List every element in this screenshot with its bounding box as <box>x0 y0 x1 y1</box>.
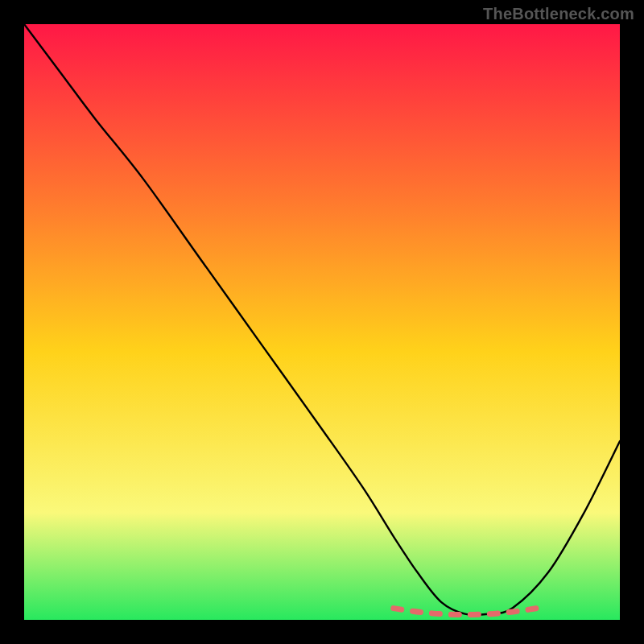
chart-svg <box>24 24 620 620</box>
chart-stage: TheBottleneck.com <box>0 0 644 644</box>
gradient-background <box>24 24 620 620</box>
watermark-text: TheBottleneck.com <box>483 5 634 23</box>
plot-area <box>24 24 620 620</box>
